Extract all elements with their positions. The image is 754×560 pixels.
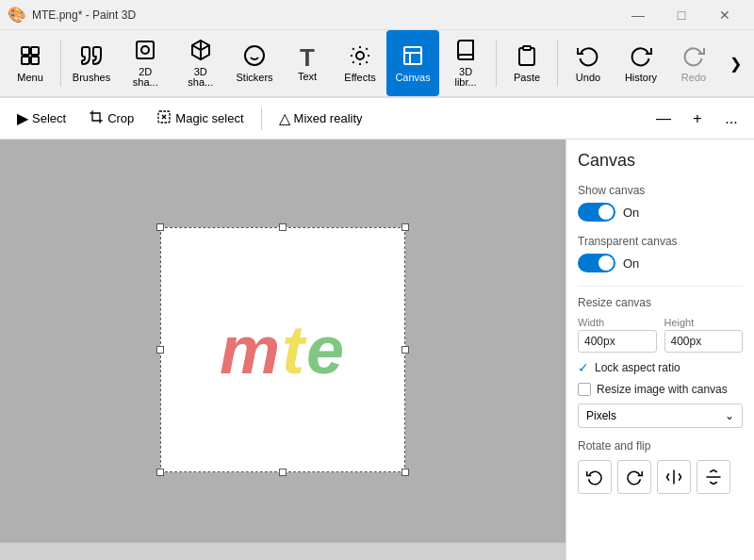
flip-vertical-button[interactable] xyxy=(697,460,730,494)
toolbar-item-effects[interactable]: Effects xyxy=(334,30,386,96)
2d-shapes-label: 2D sha... xyxy=(125,67,166,88)
add-button[interactable]: + xyxy=(682,104,713,134)
magic-select-button[interactable]: Magic select xyxy=(147,106,253,132)
effects-label: Effects xyxy=(344,73,375,83)
resize-image-checkbox[interactable] xyxy=(578,383,591,396)
toolbar-item-brushes[interactable]: Brushes xyxy=(65,30,118,96)
height-label: Height xyxy=(664,317,744,328)
title-bar: 🎨 MTE.png* - Paint 3D — □ ✕ xyxy=(0,0,754,30)
svg-rect-11 xyxy=(523,46,531,50)
toolbar-item-undo[interactable]: Undo xyxy=(562,30,615,96)
magic-select-icon xyxy=(156,109,172,128)
canvas-mte-text: m t e xyxy=(160,227,405,472)
toolbar-item-stickers[interactable]: Stickers xyxy=(228,30,281,96)
show-canvas-track xyxy=(578,203,615,222)
transparent-canvas-track xyxy=(578,254,615,272)
effects-icon xyxy=(349,44,371,71)
toolbar-item-redo[interactable]: Redo xyxy=(667,30,720,96)
stickers-icon xyxy=(243,44,266,71)
crop-label: Crop xyxy=(107,111,134,125)
toolbar: Menu Brushes 2D sha... 3D sh xyxy=(0,30,754,98)
lock-aspect-checkmark: ✓ xyxy=(578,360,589,375)
2d-shapes-icon xyxy=(134,39,156,65)
right-panel: Canvas Show canvas On Transparent canvas xyxy=(566,140,754,560)
stickers-label: Stickers xyxy=(237,73,273,83)
transparent-canvas-section: Transparent canvas On xyxy=(578,235,743,272)
svg-rect-1 xyxy=(31,47,39,55)
mixed-reality-icon: △ xyxy=(279,109,290,127)
window-controls: — □ ✕ xyxy=(616,0,746,30)
paste-label: Paste xyxy=(514,73,540,83)
transparent-canvas-thumb xyxy=(598,255,614,271)
3d-library-icon xyxy=(454,39,477,65)
show-canvas-value: On xyxy=(623,206,639,220)
3d-shapes-label: 3D sha... xyxy=(181,67,221,88)
toolbar-collapse-button[interactable]: ❯ xyxy=(720,48,750,78)
menu-icon xyxy=(19,44,41,71)
app-icon: 🎨 xyxy=(8,6,26,24)
close-button[interactable]: ✕ xyxy=(703,0,746,30)
minimize-button[interactable]: — xyxy=(616,0,660,30)
toolbar-item-text[interactable]: T Text xyxy=(281,30,334,96)
svg-rect-4 xyxy=(137,41,154,58)
width-input[interactable] xyxy=(578,330,657,353)
panel-divider-1 xyxy=(578,286,743,287)
rotate-left-button[interactable] xyxy=(578,460,612,494)
transparent-canvas-toggle[interactable] xyxy=(578,254,615,272)
crop-icon xyxy=(89,109,104,128)
show-canvas-toggle[interactable] xyxy=(578,203,615,222)
show-canvas-label: Show canvas xyxy=(578,184,743,197)
chevron-down-icon: ⌄ xyxy=(725,409,734,422)
toolbar-item-2d-shapes[interactable]: 2D sha... xyxy=(118,30,173,96)
crop-button[interactable]: Crop xyxy=(79,106,143,132)
mixed-reality-label: Mixed reality xyxy=(294,111,363,125)
transparent-canvas-value: On xyxy=(623,256,639,271)
undo-icon xyxy=(577,44,599,71)
toolbar-item-menu[interactable]: Menu xyxy=(4,30,57,96)
resize-image-row: Resize image with canvas xyxy=(578,383,743,396)
rotate-right-button[interactable] xyxy=(617,460,651,494)
select-label: Select xyxy=(32,111,66,125)
svg-rect-2 xyxy=(22,57,29,64)
height-field: Height xyxy=(664,317,744,353)
subtoolbar-divider xyxy=(261,107,262,130)
height-input[interactable] xyxy=(664,330,744,353)
toolbar-item-3d-library[interactable]: 3D libr... xyxy=(439,30,492,96)
select-icon: ▶ xyxy=(17,109,28,127)
menu-label: Menu xyxy=(17,73,43,83)
maximize-button[interactable]: □ xyxy=(660,0,703,30)
canvas-area[interactable]: m t e xyxy=(0,140,566,560)
toolbar-item-3d-shapes[interactable]: 3D sha... xyxy=(173,30,229,96)
main-area: m t e Canvas Show canvas On Tra xyxy=(0,140,754,560)
panel-title: Canvas xyxy=(578,151,743,171)
letter-e: e xyxy=(306,311,346,388)
subtoolbar: ▶ Select Crop Magic select △ Mixed reali… xyxy=(0,98,754,140)
toolbar-item-history[interactable]: History xyxy=(615,30,667,96)
flip-horizontal-button[interactable] xyxy=(657,460,691,494)
canvas-viewport: m t e xyxy=(160,227,405,472)
rotate-row xyxy=(578,460,743,494)
resize-image-label: Resize image with canvas xyxy=(597,383,728,396)
letter-m: m xyxy=(220,311,282,388)
toolbar-divider-3 xyxy=(557,40,558,87)
toolbar-item-canvas[interactable]: Canvas xyxy=(386,30,439,96)
3d-shapes-icon xyxy=(189,39,212,65)
resize-canvas-label: Resize canvas xyxy=(578,296,743,309)
toolbar-item-paste[interactable]: Paste xyxy=(500,30,553,96)
canvas-icon xyxy=(402,44,424,71)
3d-library-label: 3D libr... xyxy=(447,67,484,88)
more-button[interactable]: ... xyxy=(716,104,746,134)
mixed-reality-button[interactable]: △ Mixed reality xyxy=(270,106,372,131)
select-button[interactable]: ▶ Select xyxy=(8,106,75,131)
svg-point-9 xyxy=(356,52,364,59)
text-icon: T xyxy=(300,45,315,70)
resize-section: Resize canvas Width Height ✓ Lock aspect… xyxy=(578,296,743,428)
brushes-icon xyxy=(80,44,103,71)
toolbar-divider-1 xyxy=(60,40,61,87)
rotate-flip-label: Rotate and flip xyxy=(578,439,743,453)
canvas-label: Canvas xyxy=(395,73,430,83)
text-label: Text xyxy=(298,72,317,82)
subtract-button[interactable]: — xyxy=(648,104,679,134)
pixels-dropdown[interactable]: Pixels ⌄ xyxy=(578,404,743,428)
letter-t: t xyxy=(282,311,306,388)
